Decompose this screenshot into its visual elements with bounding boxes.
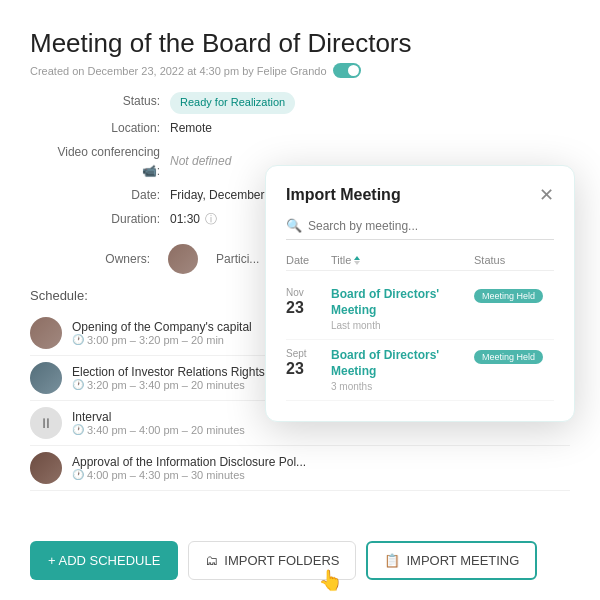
search-icon: 🔍 [286, 218, 302, 233]
th-date: Date [286, 254, 331, 266]
modal-close-button[interactable]: ✕ [539, 186, 554, 204]
search-box: 🔍 [286, 218, 554, 240]
modal-overlay: Import Meeting ✕ 🔍 Date Title Status [0, 0, 600, 600]
meeting-status-badge: Meeting Held [474, 289, 543, 303]
meeting-status-col: Meeting Held [474, 287, 554, 302]
table-header: Date Title Status [286, 250, 554, 271]
meeting-row[interactable]: Nov 23 Board of Directors' Meeting Last … [286, 279, 554, 340]
meeting-day: 23 [286, 359, 304, 378]
th-status: Status [474, 254, 554, 266]
main-page: Meeting of the Board of Directors Create… [0, 0, 600, 600]
meeting-day: 23 [286, 298, 304, 317]
meeting-name: Board of Directors' Meeting [331, 287, 474, 318]
meeting-date: Nov 23 [286, 287, 331, 317]
import-meeting-modal: Import Meeting ✕ 🔍 Date Title Status [265, 165, 575, 422]
sort-icon [354, 256, 360, 265]
meeting-info: Board of Directors' Meeting 3 months [331, 348, 474, 392]
cursor-pointer: 👆 [318, 568, 343, 592]
meeting-info: Board of Directors' Meeting Last month [331, 287, 474, 331]
meeting-when: Last month [331, 320, 474, 331]
modal-header: Import Meeting ✕ [286, 186, 554, 204]
meeting-row[interactable]: Sept 23 Board of Directors' Meeting 3 mo… [286, 340, 554, 401]
th-title: Title [331, 254, 474, 266]
meeting-when: 3 months [331, 381, 474, 392]
search-input[interactable] [308, 219, 554, 233]
meeting-month: Sept [286, 348, 307, 359]
meeting-name: Board of Directors' Meeting [331, 348, 474, 379]
meeting-status-col: Meeting Held [474, 348, 554, 363]
meeting-month: Nov [286, 287, 304, 298]
modal-title: Import Meeting [286, 186, 401, 204]
meeting-date: Sept 23 [286, 348, 331, 378]
meeting-status-badge: Meeting Held [474, 350, 543, 364]
